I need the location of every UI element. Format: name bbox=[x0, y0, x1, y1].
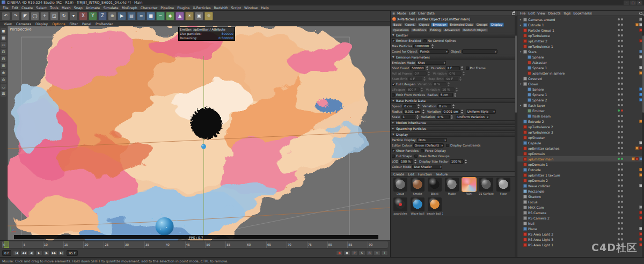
attr-cell[interactable]: Speed 0 cm bbox=[392, 104, 420, 108]
object-name[interactable]: Emitter bbox=[532, 109, 617, 113]
attr-value[interactable]: 100 % bbox=[450, 159, 464, 164]
y-axis-icon[interactable]: Y bbox=[89, 12, 97, 20]
stepper-icon[interactable] bbox=[465, 159, 467, 164]
stepper-icon[interactable] bbox=[448, 82, 450, 86]
material-item[interactable]: Smoke bbox=[409, 178, 426, 195]
viewport-menu-item[interactable]: Panel bbox=[80, 22, 93, 26]
checkbox-icon[interactable] bbox=[392, 93, 395, 97]
editor-visibility-dot[interactable] bbox=[618, 238, 620, 240]
attr-cell[interactable]: Variation 0 % bbox=[418, 82, 450, 86]
editor-visibility-dot[interactable] bbox=[618, 40, 620, 42]
render-picture-viewer-icon[interactable]: ▤ bbox=[127, 12, 136, 20]
render-visibility-dot[interactable] bbox=[621, 195, 623, 197]
object-name[interactable]: Rectangle bbox=[528, 189, 617, 193]
render-visibility-dot[interactable] bbox=[621, 174, 623, 176]
primitive-cube-icon[interactable]: ■ bbox=[147, 12, 155, 20]
render-visibility-dot[interactable] bbox=[621, 222, 623, 224]
object-name[interactable]: xpEmitter 2 bbox=[528, 39, 617, 43]
window-button[interactable]: – bbox=[624, 1, 630, 5]
render-visibility-dot[interactable] bbox=[621, 136, 623, 138]
object-name[interactable]: xpSheeter bbox=[528, 136, 617, 140]
timeline-ruler[interactable]: 051015202530354045505560657075808590 bbox=[2, 241, 388, 248]
material-thumbnail[interactable] bbox=[496, 178, 510, 192]
attr-cell[interactable]: Stop Emit 90 F bbox=[428, 77, 462, 81]
object-name[interactable]: Sphere bbox=[532, 87, 617, 91]
stepper-icon[interactable] bbox=[423, 77, 426, 81]
checkbox-icon[interactable] bbox=[423, 39, 427, 42]
stepper-icon[interactable] bbox=[451, 115, 453, 119]
checkbox-icon[interactable] bbox=[392, 83, 395, 86]
checkbox-icon[interactable] bbox=[392, 155, 395, 158]
object-name[interactable]: Focus bbox=[528, 200, 617, 204]
attr-value[interactable]: 2 F bbox=[446, 66, 460, 70]
editor-visibility-dot[interactable] bbox=[618, 222, 620, 224]
viewport-menu-item[interactable]: Options bbox=[50, 22, 67, 26]
expand-arrow-icon[interactable]: ▸ bbox=[519, 24, 522, 26]
attr-cell[interactable]: Force Display bbox=[421, 149, 446, 152]
render-visibility-dot[interactable] bbox=[621, 56, 623, 58]
editor-visibility-dot[interactable] bbox=[618, 201, 620, 203]
render-visibility-dot[interactable] bbox=[621, 152, 623, 155]
editor-visibility-dot[interactable] bbox=[618, 126, 620, 128]
stepper-icon[interactable] bbox=[414, 159, 417, 164]
editor-visibility-dot[interactable] bbox=[618, 56, 620, 58]
attr-menu-item[interactable]: Mode bbox=[396, 11, 407, 15]
attr-cell[interactable]: Count for Object Points bbox=[392, 49, 449, 54]
light-tool-icon[interactable]: ☼ bbox=[204, 12, 213, 20]
timeline-start-field[interactable]: 0 F bbox=[2, 250, 11, 256]
menu-item[interactable]: Snap bbox=[72, 6, 84, 10]
attr-group-header[interactable]: ► Spawning Particles bbox=[391, 126, 517, 131]
editor-visibility-dot[interactable] bbox=[618, 77, 620, 79]
object-row[interactable]: Extrude 2 bbox=[517, 119, 644, 124]
material-item[interactable]: xparticles bbox=[392, 197, 408, 215]
live-select-icon[interactable]: ◯ bbox=[31, 12, 39, 20]
expand-arrow-icon[interactable]: ▾ bbox=[519, 104, 522, 107]
stepper-icon[interactable] bbox=[452, 104, 455, 108]
render-visibility-dot[interactable] bbox=[621, 190, 623, 192]
attr-value[interactable]: Green (Default) bbox=[413, 143, 444, 148]
object-name[interactable]: Wave collider bbox=[528, 184, 617, 188]
editor-visibility-dot[interactable] bbox=[618, 29, 620, 31]
polygons-mode-icon[interactable]: ⊞ bbox=[1, 63, 6, 69]
previous-frame-button[interactable]: ◀| bbox=[28, 250, 35, 256]
viewport-label[interactable]: Perspective bbox=[10, 27, 32, 32]
goto-end-button[interactable]: ▶| bbox=[58, 250, 65, 256]
object-row[interactable]: flash beam bbox=[517, 113, 644, 119]
object-row[interactable]: ▸ Cameras around bbox=[517, 17, 644, 22]
attr-value[interactable]: Dots bbox=[417, 138, 447, 142]
editor-visibility-dot[interactable] bbox=[618, 179, 620, 181]
expand-arrow-icon[interactable]: ▾ bbox=[519, 50, 522, 53]
timeline-end-field[interactable]: 95 F bbox=[67, 250, 78, 256]
checkbox-icon[interactable] bbox=[421, 149, 424, 152]
material-thumbnail[interactable] bbox=[445, 178, 459, 192]
object-menu-item[interactable]: Edit bbox=[527, 11, 536, 15]
object-name[interactable]: xpEmitter in sphere bbox=[532, 71, 617, 75]
render-visibility-dot[interactable] bbox=[621, 67, 623, 69]
goto-start-button[interactable]: |◀ bbox=[13, 250, 20, 256]
render-visibility-dot[interactable] bbox=[621, 211, 623, 214]
editor-visibility-dot[interactable] bbox=[618, 18, 620, 20]
material-thumbnail[interactable] bbox=[462, 178, 476, 192]
attr-value[interactable]: 600 F bbox=[406, 87, 420, 92]
tag-icon[interactable] bbox=[635, 146, 639, 150]
editor-visibility-dot[interactable] bbox=[618, 206, 620, 208]
attr-value[interactable]: 1 bbox=[401, 115, 415, 119]
points-mode-icon[interactable]: ⊡ bbox=[1, 49, 6, 55]
object-row[interactable]: RS Camera 2 bbox=[517, 215, 644, 221]
lock-workplane-icon[interactable]: ⊠ bbox=[1, 91, 6, 97]
menu-item[interactable]: Tools bbox=[48, 6, 60, 10]
edges-mode-icon[interactable]: ⊟ bbox=[1, 56, 6, 62]
stepper-icon[interactable] bbox=[416, 115, 419, 119]
object-name[interactable]: RS Camera 2 bbox=[528, 216, 617, 220]
attr-tab[interactable]: Display bbox=[489, 23, 504, 27]
object-name[interactable]: xpTurbulence 2 bbox=[528, 125, 617, 129]
attr-tab[interactable]: Advanced bbox=[443, 28, 461, 32]
object-menu-item[interactable]: File bbox=[519, 11, 526, 15]
menu-item[interactable]: MoGraph bbox=[120, 6, 139, 10]
object-row[interactable]: Shadow bbox=[517, 194, 644, 199]
attr-value[interactable]: 1000000 bbox=[413, 44, 430, 48]
record-keyframe-button[interactable]: ● bbox=[336, 250, 343, 256]
attr-value[interactable]: 500000 bbox=[410, 66, 425, 70]
attr-menu-item[interactable]: User Data bbox=[417, 11, 436, 15]
viewport-menu-item[interactable]: ProRender bbox=[94, 22, 114, 26]
